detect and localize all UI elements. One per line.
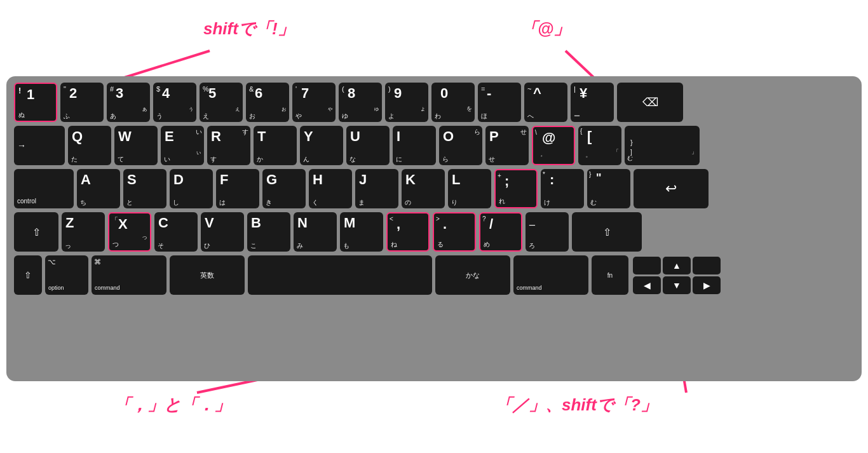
- key-m[interactable]: M も: [340, 212, 383, 252]
- key-slash[interactable]: ? / め: [479, 212, 522, 252]
- arrow-cluster: ▲ ◀ ▼ ▶: [633, 257, 721, 294]
- key-t[interactable]: T か: [254, 126, 297, 165]
- key-y[interactable]: Y ん: [300, 126, 343, 165]
- key-caret[interactable]: ~ ^ へ: [524, 83, 567, 122]
- key-f[interactable]: F は: [216, 169, 259, 208]
- key-kana[interactable]: かな: [435, 255, 510, 295]
- key-n[interactable]: N み: [294, 212, 337, 252]
- key-colon[interactable]: * : け: [541, 169, 584, 208]
- annotation-at: 「@」: [521, 18, 570, 40]
- key-1[interactable]: ! ぬ 1: [14, 83, 57, 122]
- key-bracket-open[interactable]: { [ ゜ 「: [578, 126, 621, 165]
- key-v[interactable]: V ひ: [201, 212, 244, 252]
- key-caps-bottom[interactable]: ⇧: [14, 255, 42, 295]
- key-3[interactable]: # 3 あ ぁ: [107, 83, 150, 122]
- key-period[interactable]: > . る: [433, 212, 476, 252]
- key-arrow-right-top: [693, 257, 721, 274]
- annotation-slash-shift: 「／」、shiftで「?」: [496, 394, 657, 416]
- key-j[interactable]: J ま: [355, 169, 398, 208]
- key-enter-2[interactable]: ↩: [634, 169, 709, 208]
- key-1-num: 1: [27, 86, 34, 103]
- key-8[interactable]: ( 8 ゆ ゅ: [339, 83, 382, 122]
- key-i[interactable]: I に: [393, 126, 436, 165]
- arrow-bottom: ◀ ▼ ▶: [633, 276, 721, 294]
- key-command-left[interactable]: ⌘ command: [92, 255, 166, 295]
- key-row-2: → Q た W て い E い ぃ す R す T: [14, 126, 854, 165]
- key-0[interactable]: 0 わ を: [431, 83, 475, 122]
- key-a[interactable]: A ち: [77, 169, 120, 208]
- key-yen[interactable]: | ¥ ー: [571, 83, 614, 122]
- keyboard: ! ぬ 1 " 2 ふ # 3 あ ぁ $ 4 う ぅ %: [6, 76, 862, 381]
- key-command-right[interactable]: command: [513, 255, 588, 295]
- key-fn[interactable]: fn: [592, 255, 628, 295]
- annotation-comma-period: 「，」と「．」: [114, 394, 231, 416]
- page: shiftで「!」 「@」 optionで「…」 「，」と「．」 「／」、shi…: [0, 0, 868, 453]
- key-row-1: ! ぬ 1 " 2 ふ # 3 あ ぁ $ 4 う ぅ %: [14, 83, 854, 122]
- key-row-5: ⇧ ⌥ option ⌘ command 英数 かな command fn: [14, 255, 854, 295]
- key-b[interactable]: B こ: [247, 212, 290, 252]
- key-option[interactable]: ⌥ option: [45, 255, 88, 295]
- key-d[interactable]: D し: [170, 169, 213, 208]
- key-5[interactable]: % 5 え ぇ: [200, 83, 243, 122]
- key-4[interactable]: $ 4 う ぅ: [153, 83, 196, 122]
- key-e[interactable]: い E い ぃ: [161, 126, 204, 165]
- key-h[interactable]: H く: [309, 169, 352, 208]
- key-eisu[interactable]: 英数: [170, 255, 245, 295]
- key-semicolon[interactable]: + ; れ: [494, 169, 538, 208]
- key-q[interactable]: Q た: [68, 126, 111, 165]
- key-arrow-right[interactable]: ▶: [693, 276, 721, 294]
- key-6[interactable]: & 6 お ぉ: [246, 83, 289, 122]
- key-2[interactable]: " 2 ふ: [60, 83, 104, 122]
- key-comma[interactable]: < , ね: [386, 212, 430, 252]
- key-k[interactable]: K の: [402, 169, 445, 208]
- key-row-3: control A ち S と D し F は G き: [14, 169, 854, 208]
- key-at[interactable]: \ @ ゛: [532, 126, 575, 165]
- key-space[interactable]: [248, 255, 432, 295]
- annotation-shift-excl: shiftで「!」: [203, 18, 294, 40]
- key-arrow-left-top: [633, 257, 661, 274]
- key-x[interactable]: 「 X つ っ: [108, 212, 151, 252]
- key-p[interactable]: せ P せ: [485, 126, 529, 165]
- key-1-bot: ぬ: [18, 112, 25, 118]
- key-control[interactable]: control: [14, 169, 74, 208]
- key-w[interactable]: W て: [114, 126, 158, 165]
- key-9[interactable]: ) 9 よ ょ: [385, 83, 428, 122]
- key-minus[interactable]: = - ほ: [478, 83, 521, 122]
- key-arrow-up[interactable]: ▲: [663, 257, 691, 274]
- key-backspace[interactable]: ⌫: [617, 83, 683, 122]
- key-u[interactable]: U な: [346, 126, 390, 165]
- arrow-top: ▲: [633, 257, 721, 274]
- key-arrow-down[interactable]: ▼: [663, 276, 691, 294]
- key-quote[interactable]: } " む: [587, 169, 630, 208]
- key-tab[interactable]: →: [14, 126, 65, 165]
- key-rshift[interactable]: ⇧: [572, 212, 642, 252]
- key-o[interactable]: ら O ら: [439, 126, 482, 165]
- key-c[interactable]: C そ: [154, 212, 198, 252]
- key-lshift[interactable]: ⇧: [14, 212, 58, 252]
- key-underscore[interactable]: _ ろ: [526, 212, 569, 252]
- key-z[interactable]: Z っ: [62, 212, 105, 252]
- key-1-top: !: [18, 86, 21, 95]
- key-arrow-left[interactable]: ◀: [633, 276, 661, 294]
- key-enter[interactable]: } ] む 」: [625, 126, 700, 165]
- key-row-4: ⇧ Z っ 「 X つ っ C そ V ひ B こ: [14, 212, 854, 252]
- key-r[interactable]: す R す: [207, 126, 250, 165]
- key-g[interactable]: G き: [262, 169, 306, 208]
- key-l[interactable]: L り: [448, 169, 491, 208]
- key-s[interactable]: S と: [123, 169, 166, 208]
- key-7[interactable]: ' 7 や ゃ: [292, 83, 336, 122]
